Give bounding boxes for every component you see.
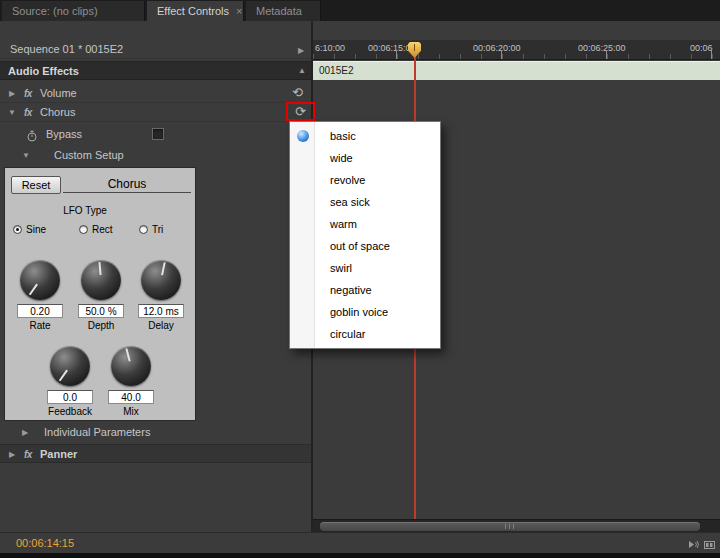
mix-label: Mix: [101, 406, 161, 417]
knob-pointer: [98, 262, 101, 275]
rate-value[interactable]: 0.20: [17, 304, 63, 318]
collapse-chorus-icon[interactable]: ▼: [8, 103, 16, 122]
tab-metadata[interactable]: Metadata: [246, 1, 321, 21]
effect-row-panner: ▶ fx Panner: [0, 444, 311, 463]
feedback-value[interactable]: 0.0: [47, 390, 93, 404]
preset-item-sea-sick[interactable]: sea sick: [290, 191, 440, 213]
individual-parameters-label: Individual Parameters: [44, 423, 150, 442]
plugin-title: Chorus: [63, 175, 191, 193]
preset-highlight-box: ⟳: [286, 102, 315, 121]
close-icon[interactable]: ×: [236, 5, 242, 17]
preset-item-label: circular: [330, 328, 365, 340]
delay-knob[interactable]: [141, 260, 181, 300]
bypass-label: Bypass: [46, 124, 82, 144]
collapse-custom-setup-icon[interactable]: ▼: [22, 146, 30, 165]
knob-pointer: [161, 262, 166, 275]
fx-badge: fx: [24, 84, 32, 103]
lfo-option-rect[interactable]: Rect: [79, 224, 113, 235]
tab-effect-controls-label: Effect Controls: [157, 5, 229, 17]
panner-label: Panner: [40, 445, 77, 464]
depth-value[interactable]: 50.0 %: [78, 304, 124, 318]
preset-item-warm[interactable]: warm: [290, 213, 440, 235]
lfo-option-rect-label: Rect: [92, 224, 113, 235]
chorus-plugin-panel: Reset Chorus LFO Type Sine Rect Tri 0.20…: [5, 168, 195, 420]
clip-label: 0015E2: [319, 65, 353, 76]
lfo-option-tri-label: Tri: [152, 224, 163, 235]
preset-item-swirl[interactable]: swirl: [290, 257, 440, 279]
show-timeline-icon[interactable]: ▶: [298, 41, 304, 60]
ruler-label: 6:10:00: [315, 43, 345, 53]
scrollbar-thumb[interactable]: [320, 522, 700, 531]
lfo-option-sine[interactable]: Sine: [13, 224, 46, 235]
lfo-type-label: LFO Type: [30, 205, 140, 216]
mix-value[interactable]: 40.0: [108, 390, 154, 404]
ruler-label: 00:06:25:00: [578, 43, 626, 53]
ruler-major-tick: [606, 50, 607, 59]
reset-volume-icon[interactable]: ⟲: [292, 87, 303, 99]
individual-parameters-row: ▶ Individual Parameters: [0, 423, 311, 442]
custom-setup-row: ▼ Custom Setup: [0, 146, 311, 165]
effect-row-volume: ▶ fx Volume ⟲: [0, 84, 311, 103]
app-window: Source: (no clips) Effect Controls× Meta…: [0, 0, 720, 558]
current-timecode[interactable]: 00:06:14:15: [16, 533, 74, 554]
ruler-major-tick: [501, 50, 502, 59]
preset-item-label: sea sick: [330, 196, 370, 208]
ruler-label: 00:06:20:00: [473, 43, 521, 53]
audio-effects-header[interactable]: Audio Effects ▲: [0, 61, 311, 80]
volume-label: Volume: [40, 84, 77, 103]
depth-knob[interactable]: [81, 260, 121, 300]
lfo-option-tri[interactable]: Tri: [139, 224, 163, 235]
bypass-row: Bypass: [0, 124, 311, 144]
expand-individual-parameters-icon[interactable]: ▶: [22, 423, 28, 442]
rate-knob[interactable]: [20, 260, 60, 300]
ruler-ticks: [313, 54, 720, 59]
delay-label: Delay: [131, 320, 191, 331]
sequence-header: Sequence 01 * 0015E2 ▶: [0, 40, 311, 59]
preset-item-goblin-voice[interactable]: goblin voice: [290, 301, 440, 323]
bypass-checkbox[interactable]: [152, 128, 164, 140]
fx-badge: fx: [24, 445, 32, 464]
preset-item-revolve[interactable]: revolve: [290, 169, 440, 191]
lfo-option-sine-label: Sine: [26, 224, 46, 235]
radio-icon: [79, 225, 88, 234]
preset-item-negative[interactable]: negative: [290, 279, 440, 301]
export-frame-icon[interactable]: [703, 537, 716, 550]
timeline-clip: 0015E2: [313, 61, 720, 80]
tab-source[interactable]: Source: (no clips): [2, 1, 145, 21]
audio-effects-label: Audio Effects: [8, 62, 79, 80]
feedback-knob[interactable]: [50, 346, 90, 386]
preset-item-label: swirl: [330, 262, 352, 274]
chorus-preset-menu: basic wide revolve sea sick warm out of …: [289, 121, 441, 349]
panel-tab-bar: Source: (no clips) Effect Controls× Meta…: [0, 0, 720, 21]
preset-item-basic[interactable]: basic: [290, 125, 440, 147]
preset-item-label: goblin voice: [330, 306, 388, 318]
expand-volume-icon[interactable]: ▶: [9, 84, 15, 103]
timeline-ruler[interactable]: 6:10:00 00:06:15:00 00:06:20:00 00:06:25…: [313, 40, 720, 60]
sequence-title: Sequence 01 * 0015E2: [10, 40, 123, 59]
delay-value[interactable]: 12.0 ms: [138, 304, 184, 318]
chorus-preset-icon[interactable]: ⟳: [295, 106, 306, 118]
effect-row-chorus: ▼ fx Chorus: [0, 103, 311, 122]
preset-item-circular[interactable]: circular: [290, 323, 440, 345]
knob-pointer: [125, 348, 130, 361]
preset-item-out-of-space[interactable]: out of space: [290, 235, 440, 257]
feedback-label: Feedback: [40, 406, 100, 417]
preset-item-label: wide: [330, 152, 353, 164]
preset-item-wide[interactable]: wide: [290, 147, 440, 169]
rate-label: Rate: [10, 320, 70, 331]
mix-knob[interactable]: [111, 346, 151, 386]
expand-panner-icon[interactable]: ▶: [9, 445, 15, 464]
knob-pointer: [29, 284, 38, 296]
reset-button[interactable]: Reset: [11, 176, 61, 194]
fx-badge: fx: [24, 103, 32, 122]
scrollbar-grip: [505, 524, 515, 529]
tab-effect-controls[interactable]: Effect Controls×: [147, 1, 244, 21]
timeline-scrollbar[interactable]: [313, 519, 720, 532]
play-audio-icon[interactable]: [687, 537, 700, 550]
preset-item-label: negative: [330, 284, 372, 296]
custom-setup-label: Custom Setup: [54, 146, 124, 165]
panel-collapse-icon[interactable]: ▲: [298, 62, 306, 80]
stopwatch-icon[interactable]: [26, 128, 38, 148]
chorus-label: Chorus: [40, 103, 75, 122]
preset-item-label: basic: [330, 130, 356, 142]
